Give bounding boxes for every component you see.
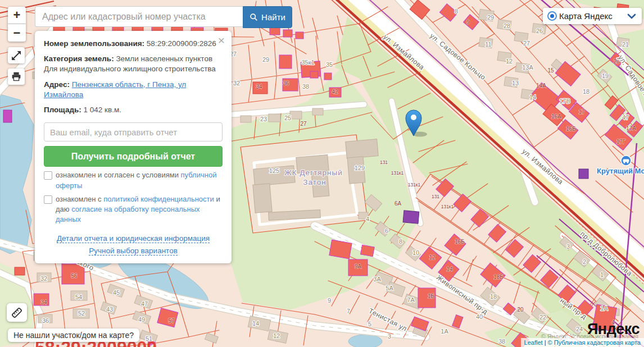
place-label: Затон — [303, 178, 326, 186]
report-details-link[interactable]: Детали отчета и юридическая информация — [57, 234, 210, 243]
parcel-number-label: 131 — [380, 159, 388, 165]
parcel-number-label: 4 — [366, 216, 369, 222]
parcel-number-label: 36 — [42, 317, 49, 324]
category-label: Категория земель: — [44, 54, 114, 63]
parcel-info-panel: × Номер землепользования: 58:29:2009009:… — [35, 31, 232, 263]
parcel-number-label: 18 — [583, 88, 589, 95]
parcel-number-label: 32 — [233, 80, 240, 86]
email-input[interactable] — [44, 122, 223, 141]
parcel-number-label: 9 — [328, 297, 331, 304]
measure-tool-button[interactable] — [7, 303, 27, 322]
parcel-number-label: 34 — [256, 84, 262, 90]
parcel-number-label: 7А — [407, 296, 415, 303]
parcel-number-label: 1А — [600, 305, 608, 312]
parcel-number-label: 3 — [388, 333, 391, 340]
parcel-number-label: 5А — [386, 285, 393, 291]
manual-selection-link[interactable]: Ручной выбор вариантов — [89, 246, 178, 255]
radio-checked-icon[interactable] — [547, 11, 557, 21]
parcel-number-label: 40 — [476, 313, 483, 320]
parcel-number-label: 131 — [432, 194, 439, 199]
zoom-in-button[interactable]: + — [8, 7, 26, 24]
usage-number-label: Номер землепользования: — [44, 39, 144, 48]
parcel-number-label: 24 — [576, 326, 583, 332]
parcel-number-label: 12 — [273, 332, 280, 339]
parcel-number-label: 17 — [578, 109, 585, 115]
parcel-number-label: 52 — [78, 310, 85, 317]
parcel-number-label: 131к1 — [441, 204, 454, 209]
poi-name-label: Крутящий Мом — [597, 167, 644, 175]
layer-label: Карта Яндекс — [559, 11, 627, 21]
parcel-number-label: 131к1 — [408, 182, 421, 188]
parcel-number-label: 35 — [326, 61, 333, 68]
parcel-number-label: 12 — [506, 58, 513, 65]
plus-icon: + — [13, 8, 21, 22]
parcel-number-label: 32 — [40, 275, 47, 282]
privacy-checkbox[interactable] — [44, 195, 52, 204]
not-found-help-button[interactable]: Не нашли участок/дом на карте? — [8, 328, 139, 342]
offer-checkbox[interactable] — [44, 171, 52, 180]
parcel-number-label: 8 — [455, 8, 458, 15]
category-row: Категория земель: Земли населенных пункт… — [44, 54, 223, 74]
parcel-number-label: 34 — [40, 299, 47, 305]
parcel-number-label: 11 — [485, 41, 491, 48]
parcel-number-label: 6 — [385, 227, 388, 234]
chevron-down-icon[interactable] — [627, 13, 636, 20]
category-value: Земли населенных пунктов — [116, 54, 212, 63]
search-input[interactable] — [35, 6, 243, 27]
parcel-number-label: 5 — [368, 321, 371, 327]
parcel-number-label: 14 — [446, 266, 453, 272]
search-button[interactable]: Найти — [243, 6, 292, 28]
fullscreen-button[interactable] — [8, 47, 25, 63]
parcel-number-label: 57 — [168, 318, 175, 324]
close-icon[interactable]: × — [218, 34, 225, 46]
personal-data-link[interactable]: согласие на обработку персональных данны… — [56, 205, 200, 223]
parcel-number-label: 10 — [412, 249, 419, 256]
parcel-number-label: 29 — [487, 14, 494, 21]
parcel-number-label: 47 — [141, 300, 148, 307]
panel-links: Детали отчета и юридическая информация Р… — [44, 232, 223, 257]
parcel-number-label: 23 — [260, 116, 267, 122]
offer-consent-row: ознакомлен и согласен с условиями публич… — [44, 170, 223, 190]
printer-icon — [10, 70, 23, 84]
leaflet-link[interactable]: Leaflet — [524, 339, 543, 346]
parcel-number-label: 131к1 — [391, 170, 404, 176]
parcel-number-label: 9А — [355, 263, 362, 270]
parcel-number-label: 45 — [113, 289, 120, 296]
parcel-number-label: 25 — [284, 115, 291, 121]
parcel-number-label: 8 — [399, 238, 402, 245]
minus-icon: − — [13, 26, 21, 40]
usage-number-value: 58:29:2009009:2826 — [147, 39, 216, 48]
cadastre-link[interactable]: © Публичная кадастровая карта — [548, 339, 641, 346]
parcel-number-label: 38 — [498, 338, 505, 345]
privacy-policy-link[interactable]: политикой конфиденциальности — [103, 195, 214, 203]
parcel-number-label: 16А — [551, 113, 561, 120]
parcel-number-label: 3А — [373, 276, 381, 282]
parcel-number-label: 14 — [529, 94, 536, 101]
parcel-number-label: 2 — [583, 258, 586, 265]
area-row: Площадь: 1 042 кв.м. — [44, 105, 223, 115]
parcel-number-label: 21 — [622, 41, 629, 48]
yandex-logo[interactable]: Яндекс — [587, 321, 640, 338]
layer-switcher[interactable]: Карта Яндекс — [543, 8, 642, 24]
magnifier-icon — [250, 13, 258, 21]
offer-consent-text: ознакомлен и согласен с условиями публич… — [56, 170, 223, 190]
get-report-button[interactable]: Получить подробный отчет — [44, 146, 223, 167]
print-button[interactable] — [8, 69, 25, 85]
parcel-number-label: 27 — [523, 40, 530, 47]
cadastral-map-app: 272935к135323436384223252789292826271112… — [0, 0, 644, 347]
parcel-number-label: 36 — [283, 80, 289, 86]
area-value: 1 042 кв.м. — [84, 106, 121, 114]
parcel-number-label: 14 — [252, 320, 259, 327]
parcel-number-label: 38 — [302, 83, 309, 90]
area-label: Площадь: — [44, 106, 81, 114]
parcel-number-label: 49 — [138, 316, 145, 323]
parcel-number-label: 43 — [106, 306, 113, 313]
parcel-number-label: 35к1 — [301, 59, 314, 66]
parcel-number-label: 13А — [522, 64, 533, 71]
parcel-number-label: 56 — [71, 273, 78, 279]
search-button-label: Найти — [261, 12, 285, 22]
parcel-number-label: 28 — [504, 22, 510, 29]
parcel-number-label: 14А — [536, 83, 546, 89]
zoom-out-button[interactable]: − — [8, 24, 26, 42]
parcel-number-label: 17В — [559, 98, 570, 104]
